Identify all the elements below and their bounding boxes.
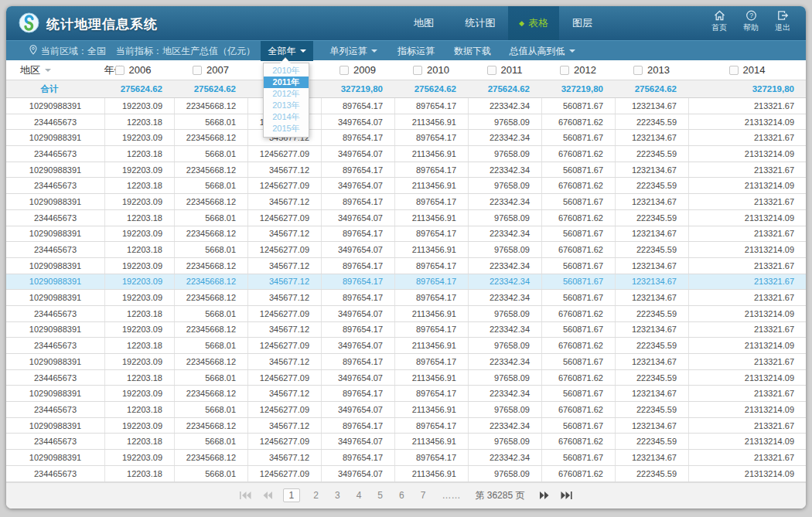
value-cell: 22345668.12: [174, 98, 247, 114]
year-dropdown-item[interactable]: 2012年: [264, 88, 309, 100]
year-checkbox[interactable]: [339, 66, 349, 75]
value-cell: 6760871.62: [541, 210, 615, 226]
region-cell: 10290988391: [6, 274, 104, 290]
table-row[interactable]: 10290988391192203.0922345668.12345677.12…: [6, 130, 806, 146]
table-row[interactable]: 23446567312203.185668.0112456277.0934976…: [6, 370, 806, 386]
table-row[interactable]: 10290988391192203.0922345668.12345677.12…: [6, 418, 806, 434]
year-checkbox[interactable]: [633, 66, 643, 75]
value-cell: 345677.12: [247, 274, 321, 290]
table-row[interactable]: 23446567312203.185668.0112456277.0934976…: [6, 242, 806, 258]
page-number[interactable]: 6: [396, 489, 408, 502]
page-number[interactable]: 3: [332, 489, 343, 502]
region-column-header[interactable]: 地区: [6, 60, 104, 80]
chevron-down-icon: [45, 69, 51, 72]
table-row[interactable]: 23446567312203.185668.0112456277.0934976…: [6, 434, 806, 450]
table-row[interactable]: 23446567312203.185668.0112456277.0934976…: [6, 146, 806, 162]
data-download-menu[interactable]: 数据下载: [449, 41, 496, 61]
value-cell: 2113456.91: [394, 370, 468, 386]
value-cell: 1232134.67: [615, 258, 688, 274]
year-checkbox[interactable]: [487, 66, 496, 75]
page-number[interactable]: 1: [283, 488, 301, 502]
region-cell: 234465673: [6, 146, 104, 162]
year-checkbox[interactable]: [115, 66, 125, 75]
year-dropdown-item[interactable]: 2014年: [264, 111, 309, 123]
total-cell: 327219,80: [321, 80, 394, 97]
year-header-label: 2007: [206, 64, 229, 76]
page-number[interactable]: 7: [418, 489, 429, 502]
year-dropdown-item[interactable]: 2013年: [264, 100, 309, 111]
value-cell: 213321.67: [688, 130, 806, 145]
indicator-calc-menu[interactable]: 指标运算: [392, 41, 440, 61]
value-cell: 223342.34: [468, 386, 541, 401]
help-button[interactable]: ? 帮助: [739, 10, 763, 33]
nav-layers[interactable]: 图层: [561, 6, 604, 40]
table-row[interactable]: 10290988391192203.0922345668.12345677.12…: [6, 258, 806, 274]
value-cell: 192203.09: [104, 130, 174, 145]
table-row[interactable]: 10290988391192203.0922345668.12345677.12…: [6, 290, 806, 306]
value-cell: 897654.17: [394, 258, 468, 274]
table-row[interactable]: 10290988391192203.0922345668.12345677.12…: [6, 354, 806, 370]
value-cell: 223342.34: [468, 418, 541, 434]
table-row[interactable]: 23446567312203.185668.0112456277.0934976…: [6, 338, 806, 354]
year-checkbox[interactable]: [560, 66, 569, 75]
value-cell: 21313214.09: [688, 210, 806, 226]
value-cell: 222345.59: [615, 210, 688, 226]
table-row[interactable]: 10290988391192203.0922345668.12345677.12…: [6, 194, 806, 210]
value-cell: 5668.01: [174, 210, 247, 226]
table-row[interactable]: 23446567312203.185668.0112456277.0934976…: [6, 466, 806, 482]
value-cell: 97658.09: [468, 466, 541, 481]
year-dropdown-item[interactable]: 2015年: [264, 123, 309, 134]
table-row[interactable]: 23446567312203.185668.0112456277.0934976…: [6, 306, 806, 322]
nav-table[interactable]: ◆表格: [508, 6, 559, 40]
table-row[interactable]: 10290988391192203.0922345668.12345677.12…: [6, 162, 806, 179]
value-cell: 2113456.91: [394, 338, 468, 353]
value-cell: 1232134.67: [615, 98, 688, 114]
value-cell: 897654.17: [394, 386, 468, 401]
page-number[interactable]: 4: [353, 489, 365, 502]
value-cell: 21313214.09: [688, 402, 806, 417]
table-row[interactable]: 10290988391192203.0922345668.12345677.12…: [6, 274, 806, 291]
year-checkbox[interactable]: [193, 66, 202, 75]
logout-button[interactable]: 退出: [770, 10, 795, 33]
table-row[interactable]: 23446567312203.185668.0112456277.0934976…: [6, 178, 806, 194]
page-number[interactable]: 5: [374, 489, 386, 502]
prev-page-button[interactable]: [262, 491, 273, 500]
home-icon: [714, 10, 725, 21]
value-cell: 5668.01: [174, 434, 247, 449]
table-row[interactable]: 10290988391192203.0922345668.12345677.12…: [6, 386, 806, 402]
last-page-button[interactable]: [560, 491, 573, 500]
next-page-button[interactable]: [539, 491, 550, 500]
column-calc-menu[interactable]: 单列运算: [321, 41, 386, 61]
chevron-down-icon: [371, 49, 377, 53]
first-page-button[interactable]: [239, 491, 252, 500]
value-cell: 2113456.91: [394, 146, 468, 162]
value-cell: 560871.67: [541, 226, 615, 242]
region-cell: 234465673: [6, 370, 104, 386]
table-row[interactable]: 10290988391192203.0922345668.12345677.12…: [6, 450, 806, 466]
table-row[interactable]: 10290988391192203.0922345668.12345677.12…: [6, 322, 806, 338]
region-cell: 234465673: [6, 114, 104, 130]
value-cell: 5668.01: [174, 242, 247, 257]
nav-map[interactable]: 地图: [400, 6, 448, 40]
nav-chart[interactable]: 统计图: [452, 6, 508, 40]
value-cell: 97658.09: [468, 210, 541, 226]
table-row[interactable]: 23446567312203.185668.0112456277.0934976…: [6, 210, 806, 226]
page-number[interactable]: 2: [310, 489, 322, 502]
table-row[interactable]: 23446567312203.185668.0112456277.0934976…: [6, 402, 806, 418]
logout-icon: [777, 10, 789, 21]
sort-order-menu[interactable]: 总值从高到低: [505, 41, 579, 61]
table-row[interactable]: 23446567312203.185668.0112456277.0934976…: [6, 114, 806, 131]
chevron-down-icon: [569, 49, 575, 53]
year-dropdown-item[interactable]: 2011年: [264, 77, 309, 88]
year-checkbox[interactable]: [729, 66, 739, 75]
year-dropdown-item[interactable]: 2010年: [264, 65, 309, 77]
value-cell: 213321.67: [688, 98, 806, 114]
total-cell: 275624.62: [615, 80, 688, 97]
value-cell: 223342.34: [468, 194, 541, 209]
table-row[interactable]: 10290988391192203.0922345668.12345677.12…: [6, 98, 806, 114]
value-cell: 2113456.91: [394, 178, 468, 193]
year-checkbox[interactable]: [413, 66, 422, 75]
value-cell: 3497654.07: [321, 146, 394, 162]
table-row[interactable]: 10290988391192203.0922345668.12345677.12…: [6, 226, 806, 243]
home-button[interactable]: 首页: [707, 10, 732, 33]
